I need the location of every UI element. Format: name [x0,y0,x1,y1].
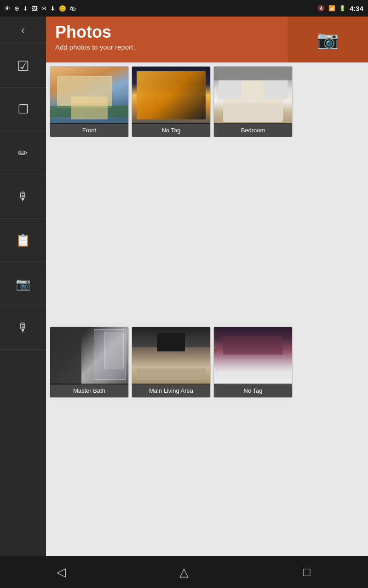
music-icon: ⊕ [14,5,19,12]
add-photo-button[interactable]: 📷 [288,17,368,62]
camera-large-icon: 📷 [317,29,339,50]
photo-label-masterbath: Master Bath [50,384,128,397]
bottom-navigation: ◁ △ □ [0,556,368,588]
mail-icon: ✉ [41,5,46,12]
sidebar-item-notes[interactable]: 📋 [0,219,46,262]
sidebar-item-duplicate[interactable]: ❐ [0,88,46,131]
back-button[interactable]: ‹ [0,17,46,44]
photo-label-livingarea: Main Living Area [132,384,210,397]
download2-icon: ⬇ [50,5,55,12]
nav-back-button[interactable]: ◁ [47,560,75,583]
masterbath-image [50,327,128,384]
sidebar-item-mic[interactable]: 🎙 [0,175,46,219]
header-text: Photos Add photos to your report. [46,17,288,62]
nav-home-icon: △ [179,565,189,579]
photo-item-front[interactable]: Front [50,66,129,137]
status-icons-left: 👁 ⊕ ⬇ 🖼 ✉ ⬇ 😊 🛍 [5,5,76,12]
photo-image-front [50,67,128,124]
sidebar: ‹ ☑ ❐ ✏ 🎙 📋 📷 🎙 [0,17,46,588]
sidebar-item-mic2[interactable]: 🎙 [0,306,46,350]
photo-image-livingarea [132,327,210,384]
eye-icon: 👁 [5,5,11,12]
avatar-icon: 😊 [59,5,66,12]
photo-item-notag2[interactable]: No Tag [213,327,293,398]
app-container: ‹ ☑ ❐ ✏ 🎙 📋 📷 🎙 Photos Add p [0,17,368,588]
wifi-icon: 📶 [328,5,335,11]
photo-image-bedroom [214,67,292,124]
time-display: 4:34 [350,5,363,12]
notag1-image [132,67,210,124]
photo-item-masterbath[interactable]: Master Bath [50,327,129,398]
livingarea-image [132,327,210,384]
mic-icon: 🎙 [17,190,29,204]
nav-home-button[interactable]: △ [170,560,198,583]
download-icon: ⬇ [23,5,28,12]
battery-icon: 🔋 [339,5,346,11]
photo-item-bedroom[interactable]: Bedroom [213,66,293,137]
content-area: Photos Add photos to your report. 📷 [46,17,368,588]
image-icon: 🖼 [32,5,38,12]
sidebar-item-camera[interactable]: 📷 [0,262,46,306]
notag2-image [214,327,292,384]
sidebar-item-checklist[interactable]: ☑ [0,44,46,88]
camera-icon: 📷 [16,277,30,291]
photo-label-front: Front [50,123,128,137]
nav-recent-icon: □ [303,565,310,579]
photos-grid: Front No Tag [46,62,368,588]
bedroom-image [214,67,292,124]
checklist-icon: ☑ [17,58,29,74]
photo-item-notag1[interactable]: No Tag [132,66,211,137]
photo-image-notag1 [132,67,210,124]
mute-icon: 🔇 [318,5,325,11]
bag-icon: 🛍 [70,5,76,12]
status-icons-right: 🔇 📶 🔋 4:34 [318,5,363,12]
header: Photos Add photos to your report. 📷 [46,17,368,62]
photo-label-notag1: No Tag [132,123,210,137]
nav-back-icon: ◁ [57,565,66,579]
page-subtitle: Add photos to your report. [55,43,278,51]
photo-image-notag2 [214,327,292,384]
photo-label-notag2: No Tag [214,384,292,397]
status-bar: 👁 ⊕ ⬇ 🖼 ✉ ⬇ 😊 🛍 🔇 📶 🔋 4:34 [0,0,368,17]
front-image [50,67,128,124]
nav-recent-button[interactable]: □ [293,560,321,583]
notes-icon: 📋 [16,233,30,248]
sidebar-item-measure[interactable]: ✏ [0,131,46,175]
ruler-icon: ✏ [18,146,28,160]
page-title: Photos [55,23,278,41]
mic2-icon: 🎙 [17,321,29,335]
duplicate-icon: ❐ [18,102,29,117]
back-icon: ‹ [21,23,25,37]
photo-image-masterbath [50,327,128,384]
photo-item-livingarea[interactable]: Main Living Area [132,327,211,398]
photo-label-bedroom: Bedroom [214,123,292,137]
